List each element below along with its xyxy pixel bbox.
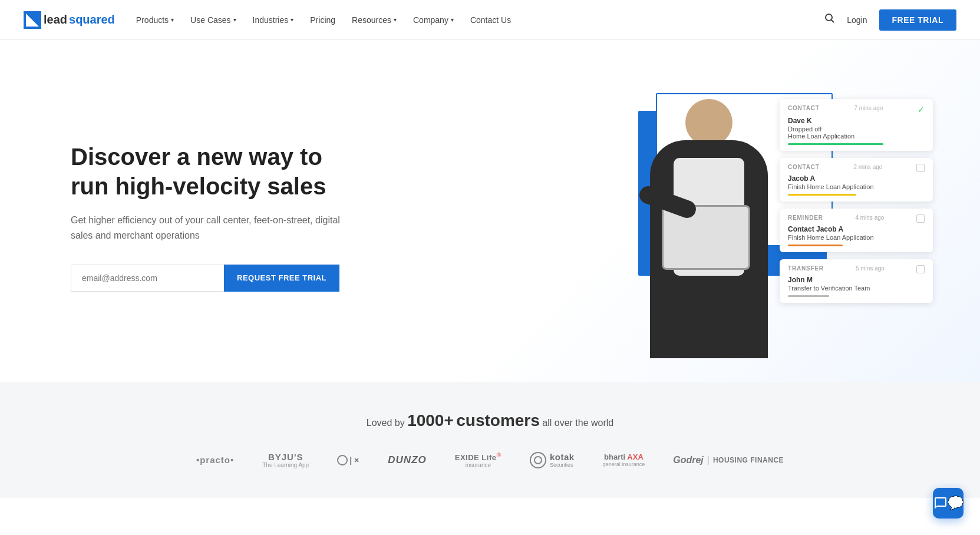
nav-use-cases[interactable]: Use Cases ▾ [190,15,236,25]
logo-text: leadsquared [44,13,115,27]
brand-logos-row: •practo• BYJU'S The Learning App | × DUN… [47,451,933,468]
brand-kotak: kotak Securities [530,452,575,468]
brand-practo: •practo• [196,455,234,465]
logo-lead: lead [44,13,67,27]
card-time-3: 4 mins ago [855,214,884,223]
chat-button[interactable] [933,488,963,519]
nav-products[interactable]: Products ▾ [136,15,174,25]
card-time-2: 2 mins ago [853,164,882,172]
person-tablet [662,205,750,270]
card-time-4: 5 mins ago [856,265,885,273]
hero-illustration: CONTACT 7 mins ago ✓ Dave K Dropped offH… [579,75,933,358]
hero-section: Discover a new way to run high-velocity … [0,40,980,382]
card-checkbox-4 [916,265,925,273]
customers-rest: all over the world [542,418,613,428]
customers-section: Loved by 1000+ customers all over the wo… [0,382,980,498]
card-check-1: ✓ [918,105,925,114]
brand-dunzo: DUNZO [388,454,426,466]
logo-squared: squared [69,13,115,27]
navbar-left: leadsquared Products ▾ Use Cases ▾ Indus… [24,11,511,29]
bottom-teaser-section: Get higher sales productivity from all y… [0,498,980,535]
loved-by-text: Loved by [367,418,405,428]
hero-person [603,87,839,358]
brand-godrej: Godrej | HOUSING FINANCE [673,455,784,465]
login-link[interactable]: Login [847,15,867,25]
request-trial-button[interactable]: REQUEST FREE TRIAL [224,265,339,292]
logo[interactable]: leadsquared [24,11,115,29]
person-head [685,99,732,146]
brand-byjus: BYJU'S The Learning App [262,452,309,468]
hero-left: Discover a new way to run high-velocity … [71,142,354,291]
nav-pricing[interactable]: Pricing [310,15,335,25]
card-checkbox-2 [916,164,925,172]
email-input[interactable] [71,265,224,292]
nav-company[interactable]: Company ▾ [413,15,454,25]
customers-text: Loved by 1000+ customers all over the wo… [47,411,933,430]
customers-count: 1000+ [407,411,454,430]
hero-form: REQUEST FREE TRIAL [71,265,354,292]
search-button[interactable] [824,13,835,27]
brand-exide: EXIDE Life® insurance [455,451,501,468]
svg-line-3 [831,20,834,23]
navbar-right: Login FREE TRIAL [824,9,956,31]
free-trial-button[interactable]: FREE TRIAL [879,9,956,31]
navbar: leadsquared Products ▾ Use Cases ▾ Indus… [0,0,980,40]
card-checkbox-3 [916,214,925,223]
card-time-1: 7 mins ago [854,105,883,114]
hero-subtitle: Get higher efficiency out of your call c… [71,213,354,243]
nav-contact[interactable]: Contact Us [470,15,511,25]
customers-word: customers [456,411,540,430]
svg-point-2 [826,14,832,21]
hero-title: Discover a new way to run high-velocity … [71,142,354,201]
brand-bharti: bharti AXA general insurance [603,453,645,467]
nav-resources[interactable]: Resources ▾ [352,15,397,25]
logo-icon [24,11,41,29]
brand-olx: | × [337,455,359,465]
nav-links: Products ▾ Use Cases ▾ Industries ▾ Pric… [136,15,511,25]
nav-industries[interactable]: Industries ▾ [253,15,294,25]
